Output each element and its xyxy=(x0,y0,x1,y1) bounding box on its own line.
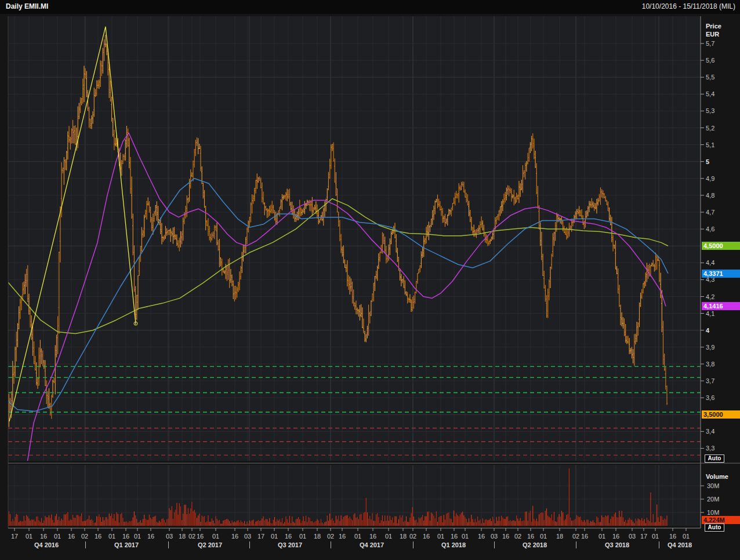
chart-canvas[interactable] xyxy=(0,0,740,560)
price-auto-scale-button[interactable]: Auto xyxy=(705,454,724,463)
chart-title: Daily EMII.MI xyxy=(6,2,48,10)
chart-header-bar: Daily EMII.MI 10/10/2016 - 15/11/2018 (M… xyxy=(0,0,740,14)
chart-window: Daily EMII.MI 10/10/2016 - 15/11/2018 (M… xyxy=(0,0,740,560)
volume-auto-scale-button[interactable]: Auto xyxy=(705,523,724,532)
chart-date-range: 10/10/2016 - 15/11/2018 (MIL) xyxy=(642,2,735,10)
